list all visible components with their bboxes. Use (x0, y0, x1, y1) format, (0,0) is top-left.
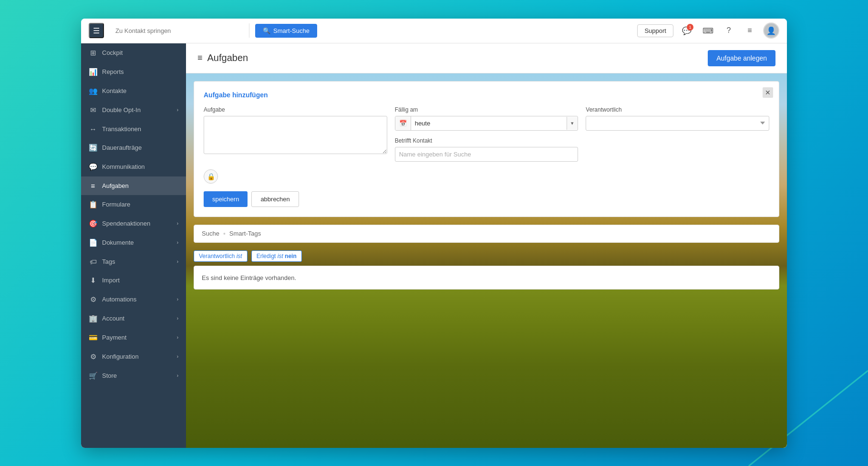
chevron-right-icon: › (177, 335, 178, 340)
aufgabe-label: Aufgabe (204, 106, 387, 113)
list-button[interactable]: ≡ (742, 23, 757, 38)
main-layout: ⊞ Cockpit 📊 Reports 👥 Kontakte ✉ Double … (81, 43, 787, 448)
sidebar-item-label: Double Opt-In (102, 106, 141, 114)
sidebar-item-dauerauftraege[interactable]: 🔄 Daueraufträge (81, 138, 186, 157)
aufgabe-textarea[interactable] (204, 116, 387, 154)
support-button[interactable]: Support (637, 24, 673, 37)
search-bar[interactable]: Suche • Smart-Tags (194, 225, 779, 243)
keyboard-button[interactable]: ⌨ (700, 23, 715, 38)
tags-icon: 🏷 (89, 258, 97, 266)
sidebar-item-import[interactable]: ⬇ Import (81, 271, 186, 290)
betrifft-kontakt-label: Betrifft Kontakt (395, 137, 579, 144)
sidebar-item-account[interactable]: 🏢 Account › (81, 309, 186, 328)
sidebar-item-label: Spendenaktionen (102, 220, 150, 227)
sidebar-item-kommunikation[interactable]: 💬 Kommunikation (81, 157, 186, 176)
aufgabe-group: Aufgabe (204, 106, 387, 162)
date-dropdown-arrow[interactable]: ▾ (567, 117, 578, 130)
dauerauftraege-icon: 🔄 (89, 144, 97, 152)
sidebar-item-label: Aufgaben (102, 182, 129, 189)
sidebar-item-label: Formulare (102, 201, 130, 208)
sidebar-item-konfiguration[interactable]: ⚙ Konfiguration › (81, 347, 186, 366)
dokumente-icon: 📄 (89, 238, 97, 247)
filter-verantwortlich-text: Verantwortlich ist (199, 253, 242, 259)
verantwortlich-label: Verantwortlich (586, 106, 769, 113)
keyboard-icon: ⌨ (703, 26, 713, 35)
sidebar-item-label: Import (102, 277, 120, 284)
sidebar-item-label: Tags (102, 258, 115, 265)
chevron-right-icon: › (177, 221, 178, 226)
sidebar-item-double-opt-in[interactable]: ✉ Double Opt-In › (81, 101, 186, 120)
form-close-button[interactable]: ✕ (763, 87, 773, 98)
content-overlay: ≡ Aufgaben Aufgabe anlegen Aufgabe hinzu… (186, 43, 787, 290)
sidebar-item-label: Konfiguration (102, 353, 139, 360)
betrifft-kontakt-group: Betrifft Kontakt (395, 137, 579, 162)
filter-row: Verantwortlich ist Erledigt ist nein (186, 250, 787, 266)
save-label: speichern (212, 196, 239, 203)
create-task-label: Aufgabe anlegen (716, 54, 767, 62)
sidebar-item-automations[interactable]: ⚙ Automations › (81, 290, 186, 309)
filter-chip-erledigt[interactable]: Erledigt ist nein (251, 250, 302, 262)
sidebar-item-transaktionen[interactable]: ↔ Transaktionen (81, 120, 186, 138)
sidebar-item-dokumente[interactable]: 📄 Dokumente › (81, 233, 186, 252)
help-icon: ? (727, 26, 731, 35)
lock-button[interactable]: 🔒 (204, 169, 218, 184)
create-task-button[interactable]: Aufgabe anlegen (708, 50, 775, 66)
sidebar-item-store[interactable]: 🛒 Store › (81, 366, 186, 385)
sidebar-item-label: Payment (102, 334, 126, 341)
help-button[interactable]: ? (721, 23, 736, 38)
chevron-right-icon: › (177, 354, 178, 359)
import-icon: ⬇ (89, 276, 97, 285)
lock-icon-row: 🔒 (204, 169, 769, 184)
smart-tags-label: Smart-Tags (229, 230, 261, 237)
hamburger-button[interactable]: ☰ (89, 23, 104, 38)
verantwortlich-select[interactable] (586, 116, 769, 131)
save-button[interactable]: speichern (204, 191, 248, 207)
contact-search-input[interactable] (110, 24, 243, 37)
chevron-right-icon: › (177, 259, 178, 264)
filter-chip-verantwortlich[interactable]: Verantwortlich ist (194, 250, 248, 262)
avatar-button[interactable]: 👤 (763, 22, 779, 39)
cancel-button[interactable]: abbrechen (251, 191, 299, 207)
notifications-button[interactable]: 💬 1 (679, 23, 694, 38)
app-wrapper: ☰ 🔍 Smart-Suche Support 💬 1 ⌨ (0, 0, 868, 466)
sidebar-item-kontakte[interactable]: 👥 Kontakte (81, 82, 186, 101)
sidebar-item-label: Account (102, 315, 124, 322)
payment-icon: 💳 (89, 333, 97, 342)
content-area: ≡ Aufgaben Aufgabe anlegen Aufgabe hinzu… (186, 43, 787, 448)
hamburger-icon: ☰ (93, 26, 100, 35)
lock-icon: 🔒 (207, 173, 215, 180)
betrifft-kontakt-input[interactable] (395, 147, 579, 162)
empty-state-message: Es sind keine Einträge vorhanden. (202, 274, 296, 281)
form-panel-title: Aufgabe hinzufügen (204, 91, 769, 99)
sidebar-item-label: Reports (102, 68, 124, 75)
aufgaben-icon: ≡ (89, 182, 97, 190)
chevron-right-icon: › (177, 107, 178, 113)
automations-icon: ⚙ (89, 295, 97, 304)
sidebar-item-formulare[interactable]: 📋 Formulare (81, 195, 186, 214)
form-actions: speichern abbrechen (204, 191, 769, 207)
sidebar-item-label: Automations (102, 296, 136, 303)
form-grid: Aufgabe Fällig am 📅 heute ▾ (204, 106, 769, 162)
sidebar-item-aufgaben[interactable]: ≡ Aufgaben (81, 176, 186, 195)
sidebar-item-spendenaktionen[interactable]: 🎯 Spendenaktionen › (81, 214, 186, 233)
sidebar: ⊞ Cockpit 📊 Reports 👥 Kontakte ✉ Double … (81, 43, 186, 448)
search-icon: 🔍 (263, 27, 270, 34)
search-dot: • (223, 230, 226, 238)
cockpit-icon: ⊞ (89, 49, 97, 57)
sidebar-item-tags[interactable]: 🏷 Tags › (81, 252, 186, 271)
empty-state: Es sind keine Einträge vorhanden. (194, 266, 779, 290)
sidebar-item-reports[interactable]: 📊 Reports (81, 62, 186, 82)
verantwortlich-group: Verantwortlich (586, 106, 769, 162)
top-nav-right: Support 💬 1 ⌨ ? ≡ 👤 (637, 22, 779, 39)
sidebar-item-label: Transaktionen (102, 125, 141, 133)
smart-search-button[interactable]: 🔍 Smart-Suche (255, 24, 317, 38)
reports-icon: 📊 (89, 68, 97, 76)
kommunikation-icon: 💬 (89, 163, 97, 171)
sidebar-item-label: Daueraufträge (102, 144, 142, 151)
sidebar-item-label: Store (102, 372, 117, 379)
page-header: ≡ Aufgaben Aufgabe anlegen (186, 43, 787, 73)
page-title-row: ≡ Aufgaben (197, 52, 248, 63)
sidebar-item-payment[interactable]: 💳 Payment › (81, 328, 186, 347)
sidebar-item-cockpit[interactable]: ⊞ Cockpit (81, 43, 186, 62)
chevron-right-icon: › (177, 297, 178, 302)
